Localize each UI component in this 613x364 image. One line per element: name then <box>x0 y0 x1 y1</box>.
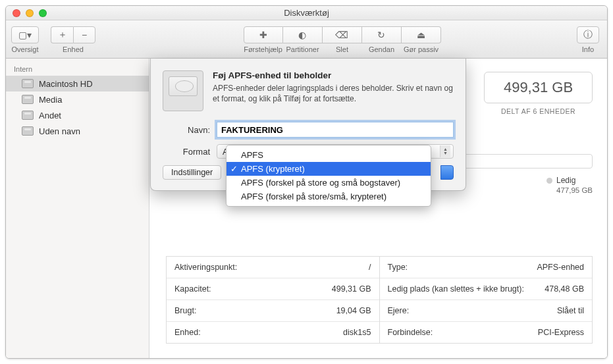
sidebar-item-macintosh-hd[interactable]: Macintosh HD <box>6 76 149 91</box>
toolbar: ▢▾ Oversigt ＋ − Enhed ✚ Førstehjælp ◐ Pa… <box>6 20 607 59</box>
first-aid-button[interactable]: ✚ <box>244 26 283 43</box>
toolbar-label-device: Enhed <box>63 45 84 53</box>
unmount-button[interactable]: ⏏ <box>402 26 441 43</box>
sidebar-item-uden-navn[interactable]: Uden navn <box>6 123 149 139</box>
format-option-apfs-encrypted[interactable]: ✓APFS (krypteret) <box>227 162 431 176</box>
toolbar-label-restore: Gendan <box>369 45 394 53</box>
info-table: Aktiveringspunkt:/ Kapacitet:499,31 GB B… <box>166 256 593 344</box>
sidebar-item-label: Macintosh HD <box>39 79 93 89</box>
restore-icon: ↻ <box>377 30 385 40</box>
format-label: Format <box>163 147 210 157</box>
add-button-fragment[interactable] <box>440 165 454 180</box>
capacity-value: 499,31 GB <box>484 72 593 103</box>
add-apfs-volume-sheet: Føj APFS-enhed til beholder APFS-enheder… <box>150 59 466 191</box>
info-type-value: APFS-enhed <box>537 263 584 272</box>
partition-button[interactable]: ◐ <box>283 26 323 43</box>
sidebar: Intern Macintosh HD Media Andet Uden nav… <box>6 59 149 358</box>
eject-icon: ⏏ <box>417 30 425 40</box>
capacity-subtitle: DELT AF 6 ENHEDER <box>484 107 593 115</box>
info-mountpoint-label: Aktiveringspunkt: <box>174 263 237 272</box>
name-label: Navn: <box>163 125 210 135</box>
sidebar-item-andet[interactable]: Andet <box>6 107 149 123</box>
toolbar-label-unmount: Gør passiv <box>404 45 439 53</box>
format-option-apfs-case-encrypted[interactable]: APFS (forskel på store/små, krypteret) <box>227 190 431 203</box>
stethoscope-icon: ✚ <box>259 30 267 40</box>
toolbar-label-erase: Slet <box>336 45 348 53</box>
disk-icon <box>22 95 34 104</box>
volume-remove-icon: − <box>82 30 87 40</box>
info-capacity-label: Kapacitet: <box>174 284 211 294</box>
toolbar-label-partition: Partitioner <box>286 45 319 53</box>
info-used-value: 19,04 GB <box>336 306 371 315</box>
format-option-apfs[interactable]: APFS <box>227 148 431 162</box>
info-connection-value: PCI-Express <box>538 328 584 337</box>
sidebar-item-label: Uden navn <box>39 126 80 136</box>
hard-drive-icon <box>163 70 203 111</box>
legend-free-label: Ledig <box>556 176 575 185</box>
info-used-label: Brugt: <box>174 306 196 315</box>
titlebar: Diskværktøj <box>6 6 607 20</box>
size-options-button[interactable]: Indstillinger <box>163 165 221 180</box>
volume-add-icon: ＋ <box>58 29 67 41</box>
sidebar-section-internal: Intern <box>6 63 149 76</box>
info-mountpoint-value: / <box>369 263 371 272</box>
sidebar-toggle-button[interactable]: ▢▾ <box>11 26 39 43</box>
check-icon: ✓ <box>230 164 238 174</box>
sheet-title: Føj APFS-enhed til beholder <box>213 70 454 80</box>
info-icon: ⓘ <box>583 29 593 41</box>
sidebar-icon: ▢▾ <box>18 30 32 40</box>
pie-icon: ◐ <box>298 30 306 40</box>
info-connection-label: Forbindelse: <box>388 328 433 337</box>
info-button[interactable]: ⓘ <box>577 26 599 43</box>
restore-button[interactable]: ↻ <box>362 26 402 43</box>
format-dropdown: APFS ✓APFS (krypteret) APFS (forskel på … <box>226 145 431 207</box>
legend-free-value: 477,95 GB <box>556 186 593 194</box>
legend-dot-icon <box>546 178 552 184</box>
info-owners-value: Slået til <box>557 306 584 315</box>
volume-add-button[interactable]: ＋ <box>51 26 73 43</box>
info-device-value: disk1s5 <box>343 328 371 337</box>
window-title: Diskværktøj <box>6 8 607 18</box>
toolbar-label-overview: Oversigt <box>12 45 39 53</box>
size-options-label: Indstillinger <box>171 168 213 177</box>
info-capacity-value: 499,31 GB <box>332 284 371 294</box>
sidebar-item-label: Media <box>39 95 62 105</box>
disk-utility-window: Diskværktøj ▢▾ Oversigt ＋ − Enhed ✚ Førs… <box>5 5 608 359</box>
disk-icon <box>22 126 34 136</box>
sheet-description: APFS-enheder deler lagringsplads i deres… <box>213 83 454 104</box>
chevron-updown-icon: ▲▼ <box>440 145 450 157</box>
erase-button[interactable]: ⌫ <box>323 26 362 43</box>
name-input[interactable] <box>217 122 454 138</box>
disk-icon <box>22 111 34 120</box>
info-owners-label: Ejere: <box>388 306 410 315</box>
volume-remove-button[interactable]: − <box>73 26 95 43</box>
sidebar-item-label: Andet <box>39 111 61 120</box>
toolbar-label-info: Info <box>582 45 594 53</box>
info-device-label: Enhed: <box>174 328 201 337</box>
toolbar-label-firstaid: Førstehjælp <box>244 45 282 53</box>
info-free-value: 478,48 GB <box>545 284 584 294</box>
info-type-label: Type: <box>388 263 408 272</box>
format-option-apfs-case[interactable]: APFS (forskel på store og små bogstaver) <box>227 176 431 190</box>
sidebar-item-media[interactable]: Media <box>6 91 149 107</box>
disk-icon <box>22 79 34 88</box>
erase-icon: ⌫ <box>335 30 348 40</box>
info-free-label: Ledig plads (kan slettes + ikke brugt): <box>388 284 524 294</box>
